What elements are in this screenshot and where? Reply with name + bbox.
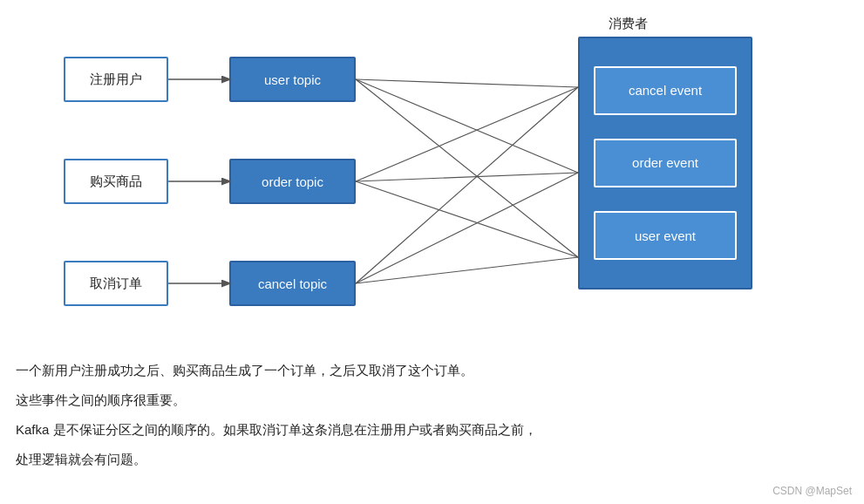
svg-line-10: [356, 173, 578, 283]
svg-line-6: [356, 87, 578, 181]
source-box-cancel: 取消订单: [64, 261, 168, 306]
text-line2: 这些事件之间的顺序很重要。: [16, 387, 848, 413]
source-box-buy: 购买商品: [64, 159, 168, 204]
consumer-label: 消费者: [609, 16, 648, 32]
text-line4: 处理逻辑就会有问题。: [16, 446, 848, 473]
svg-line-3: [356, 79, 578, 87]
event-box-user: user event: [594, 211, 737, 260]
text-line3: Kafka 是不保证分区之间的顺序的。如果取消订单这条消息在注册用户或者购买商品…: [16, 417, 848, 443]
diagram-area: 消费者 注册用户 购买商品 取消订单 user topic order topi…: [16, 9, 848, 349]
event-box-order: order event: [594, 139, 737, 187]
topic-box-cancel: cancel topic: [229, 261, 356, 306]
consumer-box: cancel event order event user event: [578, 37, 752, 289]
topic-box-order: order topic: [229, 159, 356, 204]
svg-line-5: [356, 79, 578, 257]
svg-line-9: [356, 87, 578, 283]
svg-line-11: [356, 257, 578, 283]
text-line1: 一个新用户注册成功之后、购买商品生成了一个订单，之后又取消了这个订单。: [16, 358, 848, 384]
text-section: 一个新用户注册成功之后、购买商品生成了一个订单，之后又取消了这个订单。 这些事件…: [16, 358, 848, 473]
svg-line-7: [356, 173, 578, 181]
source-box-register: 注册用户: [64, 57, 168, 102]
topic-box-user: user topic: [229, 57, 356, 102]
watermark: CSDN @MapSet: [772, 485, 852, 497]
svg-line-4: [356, 79, 578, 173]
event-box-cancel: cancel event: [594, 66, 737, 115]
svg-line-8: [356, 181, 578, 257]
